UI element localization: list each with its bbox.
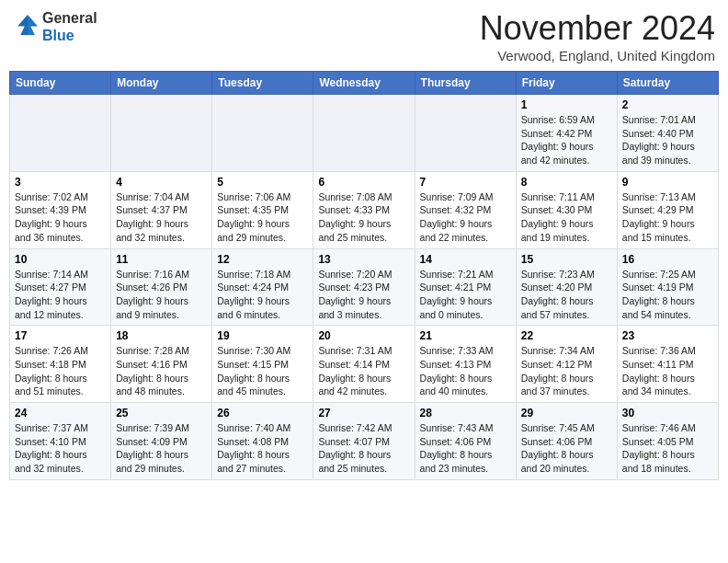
day-info: Sunrise: 7:43 AM Sunset: 4:06 PM Dayligh… — [420, 421, 511, 476]
calendar-cell: 21Sunrise: 7:33 AM Sunset: 4:13 PM Dayli… — [415, 326, 516, 403]
calendar-cell: 9Sunrise: 7:13 AM Sunset: 4:29 PM Daylig… — [617, 171, 718, 248]
calendar-header: SundayMondayTuesdayWednesdayThursdayFrid… — [10, 72, 719, 95]
day-number: 7 — [420, 176, 511, 189]
day-info: Sunrise: 7:13 AM Sunset: 4:29 PM Dayligh… — [622, 190, 713, 245]
day-info: Sunrise: 7:21 AM Sunset: 4:21 PM Dayligh… — [420, 268, 511, 322]
calendar-cell: 5Sunrise: 7:06 AM Sunset: 4:35 PM Daylig… — [212, 171, 313, 248]
day-number: 19 — [217, 329, 308, 342]
logo-blue: Blue — [42, 28, 74, 43]
calendar-table: SundayMondayTuesdayWednesdayThursdayFrid… — [9, 71, 719, 480]
calendar-cell: 25Sunrise: 7:39 AM Sunset: 4:09 PM Dayli… — [111, 403, 212, 480]
day-number: 25 — [116, 407, 207, 419]
location-subtitle: Verwood, England, United Kingdom — [480, 48, 715, 63]
day-number: 24 — [15, 407, 106, 419]
logo-general: General — [42, 10, 97, 26]
day-info: Sunrise: 7:26 AM Sunset: 4:18 PM Dayligh… — [15, 344, 106, 398]
calendar-cell: 8Sunrise: 7:11 AM Sunset: 4:30 PM Daylig… — [516, 171, 617, 248]
page-header: General Blue November 2024 Verwood, Engl… — [9, 9, 719, 63]
calendar-cell — [111, 95, 212, 172]
calendar-cell: 26Sunrise: 7:40 AM Sunset: 4:08 PM Dayli… — [212, 403, 313, 480]
day-info: Sunrise: 7:11 AM Sunset: 4:30 PM Dayligh… — [521, 190, 612, 245]
calendar-cell: 16Sunrise: 7:25 AM Sunset: 4:19 PM Dayli… — [617, 248, 718, 326]
day-info: Sunrise: 7:01 AM Sunset: 4:40 PM Dayligh… — [622, 113, 713, 167]
day-info: Sunrise: 7:46 AM Sunset: 4:05 PM Dayligh… — [622, 421, 713, 476]
day-info: Sunrise: 7:18 AM Sunset: 4:24 PM Dayligh… — [217, 268, 308, 322]
calendar-cell: 10Sunrise: 7:14 AM Sunset: 4:27 PM Dayli… — [10, 248, 111, 326]
calendar-cell: 13Sunrise: 7:20 AM Sunset: 4:23 PM Dayli… — [313, 248, 415, 326]
calendar-cell: 11Sunrise: 7:16 AM Sunset: 4:26 PM Dayli… — [111, 248, 212, 326]
day-number: 13 — [318, 253, 409, 266]
day-info: Sunrise: 7:37 AM Sunset: 4:10 PM Dayligh… — [15, 421, 106, 476]
day-info: Sunrise: 7:14 AM Sunset: 4:27 PM Dayligh… — [15, 268, 106, 322]
week-row-5: 24Sunrise: 7:37 AM Sunset: 4:10 PM Dayli… — [10, 403, 719, 480]
day-info: Sunrise: 7:31 AM Sunset: 4:14 PM Dayligh… — [318, 344, 409, 398]
day-info: Sunrise: 7:08 AM Sunset: 4:33 PM Dayligh… — [318, 190, 409, 245]
week-row-4: 17Sunrise: 7:26 AM Sunset: 4:18 PM Dayli… — [10, 326, 719, 403]
calendar-cell: 7Sunrise: 7:09 AM Sunset: 4:32 PM Daylig… — [415, 171, 516, 248]
day-info: Sunrise: 7:33 AM Sunset: 4:13 PM Dayligh… — [420, 344, 511, 398]
header-friday: Friday — [516, 72, 617, 95]
day-info: Sunrise: 7:06 AM Sunset: 4:35 PM Dayligh… — [217, 190, 308, 245]
calendar-cell: 18Sunrise: 7:28 AM Sunset: 4:16 PM Dayli… — [111, 326, 212, 403]
day-info: Sunrise: 7:04 AM Sunset: 4:37 PM Dayligh… — [116, 190, 207, 245]
header-monday: Monday — [111, 72, 212, 95]
day-number: 23 — [622, 329, 713, 342]
header-row: SundayMondayTuesdayWednesdayThursdayFrid… — [10, 72, 719, 95]
day-info: Sunrise: 7:25 AM Sunset: 4:19 PM Dayligh… — [622, 268, 713, 322]
day-number: 11 — [116, 253, 207, 266]
day-number: 30 — [622, 407, 713, 419]
calendar-cell — [212, 95, 313, 172]
calendar-cell: 27Sunrise: 7:42 AM Sunset: 4:07 PM Dayli… — [313, 403, 415, 480]
header-wednesday: Wednesday — [313, 72, 415, 95]
day-number: 27 — [318, 407, 409, 419]
day-number: 10 — [15, 253, 106, 266]
calendar-cell: 29Sunrise: 7:45 AM Sunset: 4:06 PM Dayli… — [516, 403, 617, 480]
day-info: Sunrise: 7:28 AM Sunset: 4:16 PM Dayligh… — [116, 344, 207, 398]
calendar-cell: 6Sunrise: 7:08 AM Sunset: 4:33 PM Daylig… — [313, 171, 415, 248]
calendar-cell: 1Sunrise: 6:59 AM Sunset: 4:42 PM Daylig… — [516, 95, 617, 172]
day-number: 9 — [622, 176, 713, 189]
day-info: Sunrise: 7:45 AM Sunset: 4:06 PM Dayligh… — [521, 421, 612, 476]
svg-marker-1 — [28, 15, 38, 35]
day-number: 16 — [622, 253, 713, 266]
calendar-cell — [415, 95, 516, 172]
day-info: Sunrise: 7:42 AM Sunset: 4:07 PM Dayligh… — [318, 421, 409, 476]
calendar-body: 1Sunrise: 6:59 AM Sunset: 4:42 PM Daylig… — [10, 95, 719, 480]
day-number: 22 — [521, 329, 612, 342]
calendar-cell: 2Sunrise: 7:01 AM Sunset: 4:40 PM Daylig… — [617, 95, 718, 172]
day-number: 26 — [217, 407, 308, 419]
calendar-cell: 4Sunrise: 7:04 AM Sunset: 4:37 PM Daylig… — [111, 171, 212, 248]
calendar-cell: 30Sunrise: 7:46 AM Sunset: 4:05 PM Dayli… — [617, 403, 718, 480]
day-info: Sunrise: 7:34 AM Sunset: 4:12 PM Dayligh… — [521, 344, 612, 398]
calendar-cell: 23Sunrise: 7:36 AM Sunset: 4:11 PM Dayli… — [617, 326, 718, 403]
calendar-cell: 12Sunrise: 7:18 AM Sunset: 4:24 PM Dayli… — [212, 248, 313, 326]
header-tuesday: Tuesday — [212, 72, 313, 95]
day-number: 20 — [318, 329, 409, 342]
logo-text: General Blue — [42, 9, 97, 44]
header-thursday: Thursday — [415, 72, 516, 95]
calendar-cell — [313, 95, 415, 172]
day-number: 4 — [116, 176, 207, 189]
calendar-cell: 17Sunrise: 7:26 AM Sunset: 4:18 PM Dayli… — [10, 326, 111, 403]
day-number: 1 — [521, 98, 612, 111]
day-number: 14 — [420, 253, 511, 266]
day-info: Sunrise: 7:30 AM Sunset: 4:15 PM Dayligh… — [217, 344, 308, 398]
day-info: Sunrise: 7:36 AM Sunset: 4:11 PM Dayligh… — [622, 344, 713, 398]
day-number: 2 — [622, 98, 713, 111]
day-number: 28 — [420, 407, 511, 419]
day-number: 5 — [217, 176, 308, 189]
header-saturday: Saturday — [617, 72, 718, 95]
day-number: 21 — [420, 329, 511, 342]
logo-icon — [15, 12, 40, 38]
day-info: Sunrise: 7:16 AM Sunset: 4:26 PM Dayligh… — [116, 268, 207, 322]
title-block: November 2024 Verwood, England, United K… — [480, 9, 715, 63]
month-title: November 2024 — [480, 9, 715, 48]
calendar-cell: 24Sunrise: 7:37 AM Sunset: 4:10 PM Dayli… — [10, 403, 111, 480]
calendar-cell: 15Sunrise: 7:23 AM Sunset: 4:20 PM Dayli… — [516, 248, 617, 326]
day-number: 18 — [116, 329, 207, 342]
day-info: Sunrise: 7:20 AM Sunset: 4:23 PM Dayligh… — [318, 268, 409, 322]
day-number: 15 — [521, 253, 612, 266]
calendar-cell: 22Sunrise: 7:34 AM Sunset: 4:12 PM Dayli… — [516, 326, 617, 403]
header-sunday: Sunday — [10, 72, 111, 95]
calendar-cell: 20Sunrise: 7:31 AM Sunset: 4:14 PM Dayli… — [313, 326, 415, 403]
